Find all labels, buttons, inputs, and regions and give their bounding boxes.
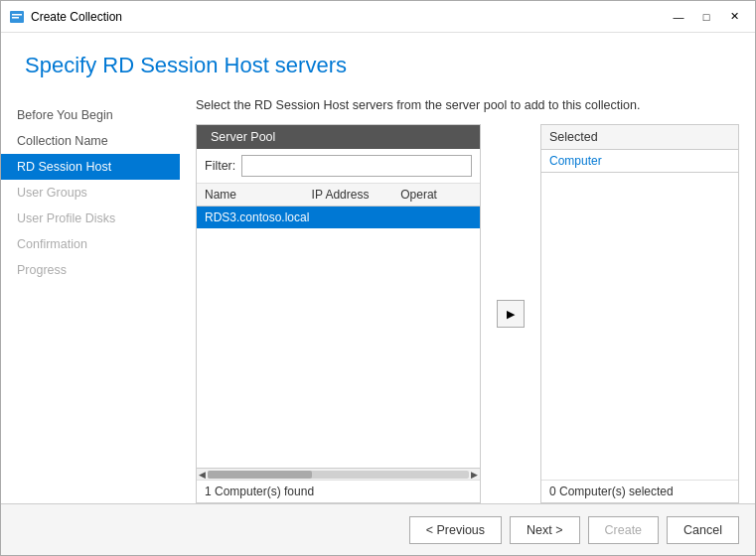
server-pool-footer: 1 Computer(s) found [197, 480, 480, 502]
add-server-button[interactable]: ▶ [497, 300, 525, 328]
selection-area: Server Pool Filter: Name IP Address Oper… [196, 124, 739, 503]
sidebar-item-rd-session-host[interactable]: RD Session Host [1, 154, 180, 180]
bottom-bar: < Previous Next > Create Cancel [1, 503, 755, 555]
sidebar-item-confirmation: Confirmation [1, 231, 180, 257]
close-button[interactable]: ✕ [721, 7, 747, 27]
scroll-right-icon[interactable]: ▶ [471, 470, 478, 480]
sidebar-item-collection-name[interactable]: Collection Name [1, 128, 180, 154]
table-header: Name IP Address Operat [197, 184, 480, 207]
svg-rect-1 [12, 14, 22, 16]
selected-body[interactable] [541, 173, 738, 480]
row-name: RDS3.contoso.local [205, 210, 472, 224]
selected-panel: Selected Computer 0 Computer(s) selected [540, 124, 739, 503]
window-controls: — □ ✕ [666, 7, 747, 27]
sidebar-item-user-groups: User Groups [1, 180, 180, 206]
server-pool-panel: Server Pool Filter: Name IP Address Oper… [196, 124, 481, 503]
filter-row: Filter: [197, 149, 480, 184]
col-header-name: Name [205, 188, 312, 202]
main-layout: Before You Begin Collection Name RD Sess… [1, 94, 755, 503]
scroll-left-icon[interactable]: ◀ [199, 470, 206, 480]
sidebar-item-progress: Progress [1, 257, 180, 283]
table-row[interactable]: RDS3.contoso.local [197, 207, 480, 228]
sidebar-item-before-you-begin[interactable]: Before You Begin [1, 102, 180, 128]
content-area: Specify RD Session Host servers Before Y… [1, 33, 755, 503]
window-icon [9, 9, 25, 25]
server-pool-table-body[interactable]: RDS3.contoso.local [197, 207, 480, 468]
page-title: Specify RD Session Host servers [25, 53, 731, 78]
col-header-op: Operat [400, 188, 472, 202]
selected-footer: 0 Computer(s) selected [541, 480, 738, 502]
maximize-button[interactable]: □ [693, 7, 719, 27]
middle-controls: ▶ [493, 124, 529, 503]
window-title: Create Collection [31, 10, 666, 24]
scrollbar[interactable]: ◀ ▶ [197, 468, 480, 480]
page-description: Select the RD Session Host servers from … [196, 98, 739, 112]
selected-header: Selected [541, 125, 738, 150]
page-header: Specify RD Session Host servers [1, 33, 755, 94]
create-button[interactable]: Create [588, 516, 660, 544]
sidebar-item-user-profile-disks: User Profile Disks [1, 206, 180, 231]
scroll-thumb [208, 471, 312, 479]
selected-col-header: Computer [541, 150, 738, 173]
right-panel: Select the RD Session Host servers from … [180, 94, 755, 503]
col-header-ip: IP Address [312, 188, 401, 202]
filter-label: Filter: [205, 159, 235, 173]
next-button[interactable]: Next > [510, 516, 579, 544]
filter-input[interactable] [241, 155, 472, 177]
main-window: Create Collection — □ ✕ Specify RD Sessi… [0, 0, 756, 556]
sidebar: Before You Begin Collection Name RD Sess… [1, 94, 180, 503]
previous-button[interactable]: < Previous [409, 516, 502, 544]
title-bar: Create Collection — □ ✕ [1, 1, 755, 33]
minimize-button[interactable]: — [666, 7, 691, 27]
scroll-track [208, 471, 469, 479]
svg-rect-2 [12, 17, 19, 19]
cancel-button[interactable]: Cancel [667, 516, 739, 544]
server-pool-tab[interactable]: Server Pool [197, 125, 480, 149]
